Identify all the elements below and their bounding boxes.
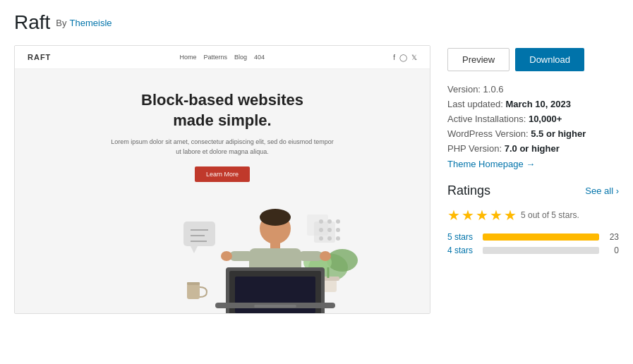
stars-label: 5 out of 5 stars. [521,210,579,220]
last-updated-row: Last updated: March 10, 2023 [447,99,619,109]
svg-point-36 [336,236,340,241]
rating-bar-5stars: 5 stars 23 [447,232,619,242]
stars-row: ★ ★ ★ ★ ★ 5 out of 5 stars. [447,207,619,224]
svg-point-21 [221,251,232,261]
ratings-header: Ratings See all › [447,183,619,198]
svg-point-30 [336,219,340,224]
mockup-hero: Block-based websites made simple. Lorem … [15,69,430,193]
mockup-learn-more-button[interactable]: Learn More [195,166,250,182]
right-panel: Preview Download Version: 1.0.6 Last upd… [447,45,619,314]
active-installs-row: Active Installations: 10,000+ [447,114,619,124]
bar-track-5 [483,233,599,241]
ratings-title: Ratings [447,183,490,198]
twitter-icon: 𝕏 [411,54,417,61]
svg-rect-13 [187,284,200,299]
svg-point-35 [327,236,332,241]
theme-homepage-link[interactable]: Theme Homepage → [447,159,535,169]
svg-rect-19 [229,251,253,261]
main-layout: RAFT Home Patterns Blog 404 f ◯ 𝕏 Block-… [14,45,619,314]
by-label: By [56,18,66,28]
preview-button[interactable]: Preview [447,48,510,71]
mockup-social-icons: f ◯ 𝕏 [393,54,417,61]
instagram-icon: ◯ [399,54,407,61]
svg-point-29 [327,219,332,224]
svg-point-8 [327,249,358,272]
page-header: Raft By Themeisle [14,11,619,34]
wp-version-row: WordPress Version: 5.5 or higher [447,128,619,139]
action-buttons: Preview Download [447,48,619,71]
facebook-icon: f [393,54,395,61]
bar-count-5: 23 [605,232,619,242]
star-3: ★ [476,207,488,224]
svg-point-32 [327,228,332,232]
author-link[interactable]: Themeisle [70,18,112,28]
svg-marker-6 [191,246,198,253]
mockup-hero-text: Lorem ipsum dolor sit amet, consectetur … [109,138,335,157]
svg-point-31 [319,228,323,232]
nav-link-patterns: Patterns [203,54,227,61]
theme-title: Raft [14,11,50,34]
svg-rect-27 [254,305,296,308]
stars-display: ★ ★ ★ ★ ★ [447,207,517,224]
theme-homepage-row: Theme Homepage → [447,158,619,169]
mockup-nav-links: Home Patterns Blog 404 [179,54,265,61]
svg-point-22 [320,251,331,261]
nav-link-home: Home [179,54,196,61]
svg-rect-14 [187,282,200,285]
svg-point-16 [260,209,291,226]
bar-fill-5 [483,233,599,241]
svg-rect-2 [183,222,215,246]
rating-bar-4stars: 4 stars 0 [447,245,619,255]
star-4: ★ [490,207,502,224]
nav-link-blog: Blog [234,54,247,61]
mockup-illustration [15,193,430,313]
mockup-navbar: RAFT Home Patterns Blog 404 f ◯ 𝕏 [15,46,430,69]
star-2: ★ [462,207,474,224]
php-version-row: PHP Version: 7.0 or higher [447,143,619,154]
svg-point-28 [319,219,323,224]
theme-mockup: RAFT Home Patterns Blog 404 f ◯ 𝕏 Block-… [15,46,430,313]
mockup-hero-title: Block-based websites made simple. [29,90,416,131]
svg-point-33 [336,228,340,232]
theme-preview-panel: RAFT Home Patterns Blog 404 f ◯ 𝕏 Block-… [14,45,430,314]
svg-rect-20 [299,251,322,261]
star-5: ★ [504,207,517,224]
svg-rect-1 [314,222,335,243]
star-1: ★ [447,207,460,224]
bar-count-4: 0 [605,245,619,255]
bar-track-4 [483,247,599,254]
see-all-link[interactable]: See all › [585,186,619,196]
meta-info: Version: 1.0.6 Last updated: March 10, 2… [447,84,619,169]
bar-label-4[interactable]: 4 stars [447,245,477,255]
bar-label-5[interactable]: 5 stars [447,232,477,242]
nav-link-404: 404 [254,54,265,61]
download-button[interactable]: Download [515,48,584,71]
svg-point-34 [319,236,323,241]
mockup-logo: RAFT [28,53,51,61]
ratings-section: Ratings See all › ★ ★ ★ ★ ★ 5 out of 5 s… [447,183,619,255]
version-row: Version: 1.0.6 [447,84,619,95]
